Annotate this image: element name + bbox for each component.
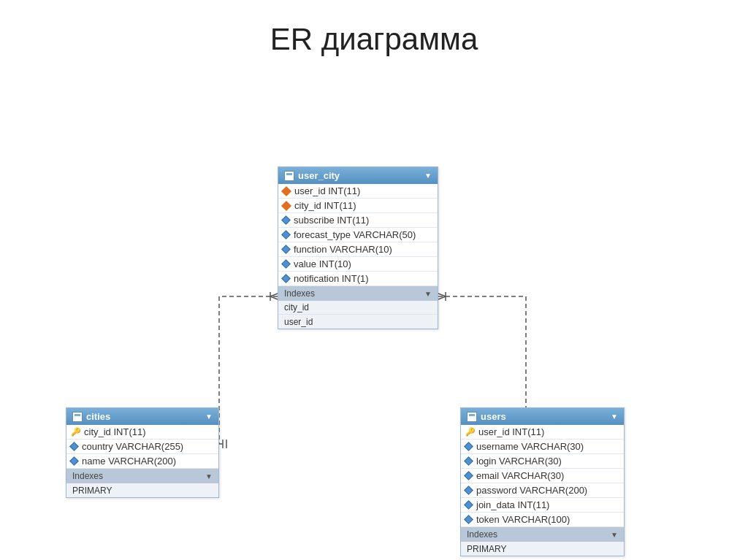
field-users-email: email VARCHAR(30) <box>461 469 624 483</box>
table-user-city: user_city ▼ user_id INT(11) city_id INT(… <box>278 166 438 329</box>
table-cities: cities ▼ 🔑 city_id INT(11) country VARCH… <box>66 407 219 498</box>
table-icon <box>467 412 477 422</box>
indexes-dropdown-arrow: ▼ <box>611 531 618 539</box>
table-users-header: users ▼ <box>461 408 624 425</box>
field-text: city_id INT(11) <box>84 426 146 437</box>
field-text: subscribe INT(11) <box>294 215 369 226</box>
diamond-icon <box>281 215 291 225</box>
indexes-label: Indexes <box>284 288 315 299</box>
indexes-dropdown-arrow: ▼ <box>205 472 213 480</box>
field-text: value INT(10) <box>294 258 351 269</box>
pk-icon <box>281 185 291 196</box>
diamond-icon <box>464 456 473 466</box>
index-cities-primary: PRIMARY <box>66 483 218 497</box>
field-user-city-cityid: city_id INT(11) <box>278 199 438 213</box>
field-text: function VARCHAR(10) <box>294 244 392 255</box>
key-icon: 🔑 <box>465 427 476 437</box>
field-users-login: login VARCHAR(30) <box>461 454 624 469</box>
field-user-city-value: value INT(10) <box>278 257 438 272</box>
diamond-icon <box>464 442 473 451</box>
users-dropdown-arrow: ▼ <box>611 413 618 421</box>
indexes-label: Indexes <box>467 529 497 540</box>
index-user-city-userid: user_id <box>278 315 438 329</box>
field-text: user_id INT(11) <box>294 185 360 196</box>
field-users-password: password VARCHAR(200) <box>461 483 624 498</box>
diamond-icon <box>69 456 79 466</box>
field-cities-name: name VARCHAR(200) <box>66 454 218 469</box>
field-user-city-forecast: forecast_type VARCHAR(50) <box>278 228 438 242</box>
table-user-city-name: user_city <box>298 170 340 181</box>
diamond-icon <box>281 230 291 239</box>
field-user-city-function: function VARCHAR(10) <box>278 242 438 257</box>
field-text: user_id INT(11) <box>478 426 544 437</box>
svg-line-11 <box>438 294 446 296</box>
field-text: notification INT(1) <box>294 273 369 284</box>
field-text: country VARCHAR(255) <box>82 441 183 452</box>
table-cities-header: cities ▼ <box>66 408 218 425</box>
page-title: ER диаграмма <box>0 0 748 72</box>
field-user-city-userid: user_id INT(11) <box>278 184 438 199</box>
diamond-icon <box>69 442 79 451</box>
diamond-icon <box>464 500 473 510</box>
field-users-userid: 🔑 user_id INT(11) <box>461 425 624 440</box>
user-city-indexes-header: Indexes ▼ <box>278 286 438 301</box>
field-text: city_id INT(11) <box>294 200 356 211</box>
table-cities-name: cities <box>86 411 110 422</box>
indexes-label: Indexes <box>72 471 103 481</box>
users-indexes-header: Indexes ▼ <box>461 527 624 542</box>
diamond-icon <box>281 274 291 283</box>
field-text: password VARCHAR(200) <box>476 485 587 496</box>
diamond-icon <box>464 471 473 480</box>
field-text: email VARCHAR(30) <box>476 470 564 481</box>
index-users-primary: PRIMARY <box>461 542 624 556</box>
table-users: users ▼ 🔑 user_id INT(11) username VARCH… <box>460 407 625 556</box>
field-users-username: username VARCHAR(30) <box>461 440 624 454</box>
svg-line-12 <box>438 296 446 299</box>
field-text: forecast_type VARCHAR(50) <box>294 229 416 240</box>
field-text: token VARCHAR(100) <box>476 514 570 525</box>
field-user-city-subscribe: subscribe INT(11) <box>278 213 438 228</box>
pk-icon <box>281 200 291 210</box>
diagram-area: user_city ▼ user_id INT(11) city_id INT(… <box>0 72 748 560</box>
key-icon: 🔑 <box>71 427 81 437</box>
svg-line-4 <box>270 296 278 299</box>
field-text: login VARCHAR(30) <box>476 456 562 467</box>
field-cities-cityid: 🔑 city_id INT(11) <box>66 425 218 440</box>
index-user-city-cityid: city_id <box>278 301 438 315</box>
cities-indexes-header: Indexes ▼ <box>66 469 218 483</box>
table-users-name: users <box>481 411 506 422</box>
cities-dropdown-arrow: ▼ <box>205 413 213 421</box>
field-users-joindata: join_data INT(11) <box>461 498 624 513</box>
user-city-dropdown-arrow: ▼ <box>424 172 432 180</box>
indexes-dropdown-arrow: ▼ <box>424 290 432 298</box>
table-icon <box>284 171 294 181</box>
field-text: name VARCHAR(200) <box>82 456 176 467</box>
diamond-icon <box>464 486 473 495</box>
field-user-city-notification: notification INT(1) <box>278 272 438 286</box>
diamond-icon <box>464 515 473 524</box>
svg-line-3 <box>270 294 278 296</box>
field-cities-country: country VARCHAR(255) <box>66 440 218 454</box>
field-text: join_data INT(11) <box>476 499 549 510</box>
diamond-icon <box>281 259 291 269</box>
diamond-icon <box>281 245 291 254</box>
field-text: username VARCHAR(30) <box>476 441 584 452</box>
table-icon <box>72 412 83 422</box>
field-users-token: token VARCHAR(100) <box>461 513 624 527</box>
table-user-city-header: user_city ▼ <box>278 167 438 184</box>
